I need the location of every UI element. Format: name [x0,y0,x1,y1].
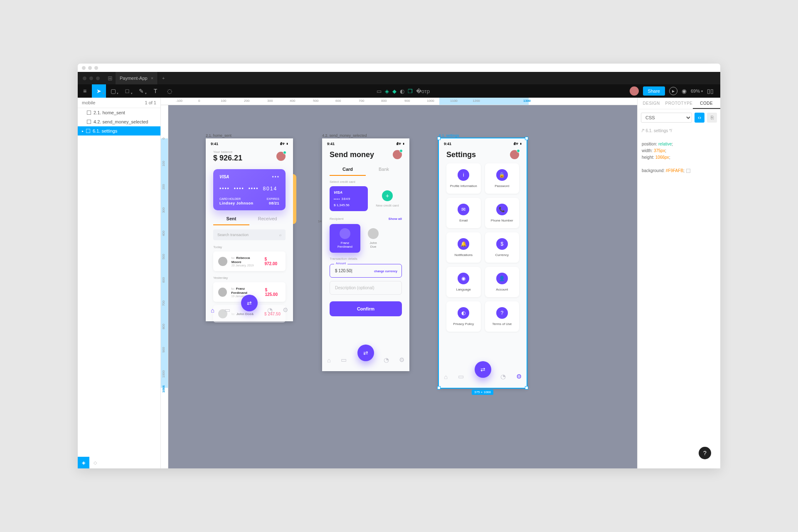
tab-received[interactable]: Received [249,216,286,225]
help-icon: ? [496,307,508,319]
zoom-level[interactable]: 69% ▾ [691,89,703,94]
nav-settings-icon[interactable]: ⚙ [516,373,522,380]
selection-handle[interactable] [525,137,528,140]
settings-item[interactable]: 🔒Password [485,163,520,194]
settings-item[interactable]: 👤Account [485,267,520,297]
frame-settings[interactable]: 9:41ıll ᯤ ▮ Settings iProfile Informatio… [439,138,527,388]
confirm-button[interactable]: Confirm [330,301,402,316]
settings-item[interactable]: 🔔Notifications [446,232,481,263]
align-icon-1[interactable]: ◈ [385,88,389,94]
nav-history-icon[interactable]: ◔ [384,356,389,364]
mask-icon[interactable]: ◐ [400,88,404,94]
pen-tool[interactable]: ✎▾ [134,84,148,98]
view-toggle-icon[interactable]: ◉ [682,88,687,94]
nav-wallet-icon[interactable]: ▭ [224,306,230,314]
layer-row[interactable]: 4.2. send_money_selected [78,117,160,126]
section-label: Select credit card [330,180,402,184]
code-output[interactable]: /* 6.1. settings */ position: relative; … [638,126,720,176]
avatar[interactable] [510,150,519,159]
recipient-item[interactable]: John Doe [365,224,382,253]
new-card-button[interactable]: + New credit card [373,190,402,207]
avatar[interactable] [276,152,286,161]
tab-design[interactable]: DESIGN [638,98,665,109]
nav-settings-icon[interactable]: ⚙ [399,356,404,364]
recipient-selected[interactable]: Franz Ferdinand [330,224,360,253]
nav-settings-icon[interactable]: ⚙ [283,306,288,314]
share-button[interactable]: Share [643,86,665,96]
close-icon[interactable]: × [151,76,153,81]
add-tab-button[interactable]: + [158,76,169,81]
nav-home-icon[interactable]: ⌂ [327,357,331,364]
credit-card[interactable]: VISA ••• ••••••••••••8014 CARD HOLDERLin… [213,169,286,210]
settings-item[interactable]: ◉Language [446,267,481,297]
canvas[interactable]: 2.1. home_sent 9:41ıll ᯤ ▮ Your balance … [168,105,637,468]
code-copy-icon[interactable]: ⎘ [707,113,717,123]
comment-tool[interactable]: ◌ [163,84,177,98]
code-settings-icon[interactable]: ‹› [695,113,704,123]
amount-field[interactable]: Amount $ 120.50| change currency [330,264,402,278]
nav-wallet-icon[interactable]: ▭ [341,356,347,364]
selection-handle[interactable] [437,386,441,389]
bounds-icon[interactable]: ▭ [377,88,382,94]
change-currency-link[interactable]: change currency [374,269,397,272]
search-input[interactable]: Search transaction⌕ [213,229,286,240]
nav-history-icon[interactable]: ◔ [500,373,506,380]
nav-home-icon[interactable]: ⌂ [211,307,214,314]
frame-send-money[interactable]: 9:41ıll ᯤ ▮ Send money Card Bank Select … [322,138,409,371]
traffic-lights[interactable] [78,76,105,80]
layer-row[interactable]: 2.1. home_sent [78,108,160,117]
settings-item[interactable]: $Currency [485,232,520,263]
vertical-ruler: 0100200 300400500 600700800 90010001066 [161,105,168,468]
present-button[interactable]: ▶ [669,87,677,95]
color-swatch[interactable] [686,169,690,173]
selection-handle[interactable] [525,386,528,389]
nav-home-icon[interactable]: ⌂ [444,373,448,380]
docs-icon[interactable]: ▯▯ [707,88,714,94]
tab-prototype[interactable]: PROTOTYPE [665,98,692,109]
card-brand: VISA [219,175,279,179]
nav-wallet-icon[interactable]: ▭ [458,373,464,380]
balance-label: Your balance [213,150,242,154]
page-name[interactable]: mobile [82,100,95,105]
description-field[interactable]: Description (optional) [330,281,402,295]
bell-icon: 🔔 [458,238,469,250]
frame-label-selected[interactable]: 6.1. settings [439,133,459,138]
crop-icon[interactable]: �отр [416,88,430,94]
assets-tab-icon[interactable]: ◇ [89,457,101,468]
user-avatar[interactable] [630,86,639,96]
align-icon-2[interactable]: ◆ [392,88,397,94]
frame-tool[interactable]: ▢▾ [106,84,120,98]
frame-label[interactable]: 2.1. home_sent [206,133,232,138]
shape-tool[interactable]: □▾ [120,84,134,98]
text-tool[interactable]: T [148,84,163,98]
code-lang-select[interactable]: CSS [641,113,692,123]
selection-handle[interactable] [437,137,441,140]
tab-bank[interactable]: Bank [366,167,402,176]
help-button[interactable]: ? [699,447,711,459]
select-tool[interactable]: ➤▾ [92,84,106,98]
frame-home[interactable]: 9:41ıll ᯤ ▮ Your balance $ 926.21 VISA [206,138,293,321]
boolean-icon[interactable]: ❒ [408,88,413,94]
settings-item[interactable]: iProfile Information [446,163,481,194]
tab-sent[interactable]: Sent [213,216,249,225]
show-all-link[interactable]: Show all [389,217,402,221]
settings-item[interactable]: ✉Email [446,198,481,228]
avatar[interactable] [393,150,402,159]
globe-icon: ◉ [458,273,469,284]
tab-code[interactable]: CODE [693,98,720,109]
hamburger-icon[interactable]: ≡ [78,84,92,98]
card-menu-icon[interactable]: ••• [272,174,280,180]
selected-card[interactable]: VISA •••• 3849 $ 1,345.56 [330,186,368,211]
frame-label[interactable]: 4.2. send_money_selected [322,133,367,138]
layers-tab-icon[interactable]: ◈ [78,457,89,468]
settings-item[interactable]: ?Terms of Use [485,301,520,332]
tab-card[interactable]: Card [330,167,366,176]
settings-item[interactable]: ◐Privacy Policy [446,301,481,332]
settings-item[interactable]: 📞Phone Number [485,198,520,228]
nav-history-icon[interactable]: ◔ [267,306,273,314]
document-tab[interactable]: Payment-App × [116,72,158,84]
apps-grid-icon[interactable]: ⊞ [105,75,116,81]
horizontal-ruler: -1000100 200300400 500600700 8009001000 … [161,98,637,105]
layer-row-selected[interactable]: ▸6.1. settings [78,126,160,135]
transaction-row[interactable]: to: Rebecca Moore20 January, 2019 $ 972.… [213,251,286,271]
